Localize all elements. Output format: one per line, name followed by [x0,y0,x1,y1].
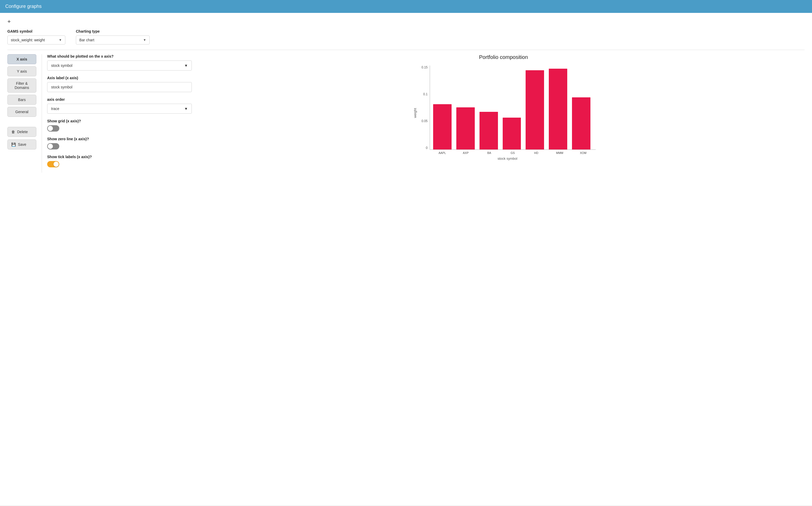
gams-symbol-arrow-icon: ▼ [59,38,62,42]
save-label: Save [18,142,26,147]
add-button[interactable]: + [7,18,11,25]
sidebar-tabs: X axis Y axis Filter & Domains Bars Gene… [7,54,42,173]
chart-area: Portfolio composition weight 0 0.05 0.1 … [192,54,805,161]
chart-plot: 0 0.05 0.1 0.15 AAPLAXPBAGSHDMMMXOM stoc… [419,66,596,161]
axis-order-section: axis order trace ▼ [47,97,192,114]
x-label-mmm: MMM [550,151,569,155]
charting-type-value: Bar chart [79,38,94,42]
axis-order-title: axis order [47,97,192,102]
plot-x-section: What should be plotted on the x axis? st… [47,54,192,71]
bar-aapl [433,104,452,150]
title-bar: Configure graphs [0,0,812,13]
show-tick-labels-title: Show tick labels (x axis)? [47,155,192,159]
show-tick-labels-toggle-control[interactable] [47,161,59,167]
show-zero-line-title: Show zero line (x axis)? [47,137,192,141]
bar-xom [572,97,591,150]
y-axis-label: weight [413,108,417,118]
x-axis-title: stock symbol [419,157,596,161]
show-grid-title: Show grid (x axis)? [47,119,192,123]
show-grid-section: Show grid (x axis)? [47,119,192,132]
gams-symbol-label: GAMS symbol [7,29,65,33]
save-icon: 💾 [11,142,16,147]
show-zero-line-section: Show zero line (x axis)? [47,137,192,150]
x-label-xom: XOM [574,151,593,155]
full-layout: X axis Y axis Filter & Domains Bars Gene… [7,54,805,173]
bar-column [503,117,521,150]
chart-title: Portfolio composition [479,54,528,60]
plot-x-dropdown[interactable]: stock symbol ▼ [47,61,192,71]
gams-symbol-dropdown[interactable]: stock_weight: weight ▼ [7,35,65,45]
charting-type-label: Charting type [76,29,150,33]
bar-gs [503,117,521,150]
x-label-axp: AXP [456,151,475,155]
tab-x-axis[interactable]: X axis [7,54,37,64]
show-tick-labels-toggle[interactable] [47,161,192,167]
bar-hd [526,70,544,150]
bar-column [526,70,544,150]
bar-axp [456,107,475,150]
bar-mmm [549,69,567,150]
bar-column [456,107,475,150]
layout-row: X axis Y axis Filter & Domains Bars Gene… [7,54,192,173]
x-axis-labels: AAPLAXPBAGSHDMMMXOM [430,150,596,155]
y-tick-0: 0 [426,146,427,150]
axis-order-dropdown[interactable]: trace ▼ [47,104,192,114]
show-grid-toggle[interactable] [47,125,192,132]
show-zero-line-toggle[interactable] [47,143,192,150]
y-tick-015: 0.15 [421,66,427,69]
show-zero-line-thumb [48,144,53,149]
tab-y-axis[interactable]: Y axis [7,66,37,76]
bar-column [549,69,567,150]
show-grid-thumb [48,126,53,131]
title-text: Configure graphs [5,4,42,9]
bar-column [433,104,452,150]
left-panel: X axis Y axis Filter & Domains Bars Gene… [7,54,192,173]
x-label-aapl: AAPL [433,151,452,155]
x-label-ba: BA [480,151,498,155]
y-tick-005: 0.05 [421,119,427,123]
delete-icon: 🗑 [11,130,15,134]
bar-column [479,112,498,150]
y-ticks: 0 0.05 0.1 0.15 [419,66,430,150]
axis-label-title: Axis label (x axis) [47,76,192,80]
plot-x-question: What should be plotted on the x axis? [47,54,192,59]
tab-filter-domains[interactable]: Filter & Domains [7,78,37,93]
show-grid-toggle-control[interactable] [47,125,59,132]
y-axis-label-container: weight [411,66,419,161]
axis-label-section: Axis label (x axis) [47,76,192,92]
charting-type-dropdown[interactable]: Bar chart ▼ [76,35,150,45]
chart-inner: 0 0.05 0.1 0.15 [419,66,596,150]
show-zero-line-toggle-control[interactable] [47,143,59,150]
tab-bars[interactable]: Bars [7,95,37,105]
charting-type-arrow-icon: ▼ [143,38,146,42]
axis-order-arrow-icon: ▼ [184,106,188,111]
bar-column [572,97,591,150]
y-tick-01: 0.1 [423,92,427,96]
axis-order-value: trace [51,106,59,111]
x-label-hd: HD [527,151,546,155]
gams-symbol-group: GAMS symbol stock_weight: weight ▼ [7,29,65,45]
bar-ba [479,112,498,150]
plot-x-value: stock symbol [51,63,72,68]
axis-label-input[interactable] [47,82,192,92]
tab-general[interactable]: General [7,107,37,117]
top-controls: GAMS symbol stock_weight: weight ▼ Chart… [7,29,805,45]
gams-symbol-value: stock_weight: weight [11,38,45,42]
content-panel: What should be plotted on the x axis? st… [42,54,192,173]
delete-button[interactable]: 🗑 Delete [7,127,37,137]
x-label-gs: GS [503,151,522,155]
save-button[interactable]: 💾 Save [7,140,37,150]
bottom-actions: 🗑 Delete 💾 Save [7,127,37,150]
chart-container: weight 0 0.05 0.1 0.15 [411,66,596,161]
plot-x-arrow-icon: ▼ [184,63,188,68]
show-tick-labels-section: Show tick labels (x axis)? [47,155,192,167]
delete-label: Delete [17,130,28,134]
show-tick-labels-thumb [54,162,59,167]
charting-type-group: Charting type Bar chart ▼ [76,29,150,45]
bars-area [430,66,596,150]
